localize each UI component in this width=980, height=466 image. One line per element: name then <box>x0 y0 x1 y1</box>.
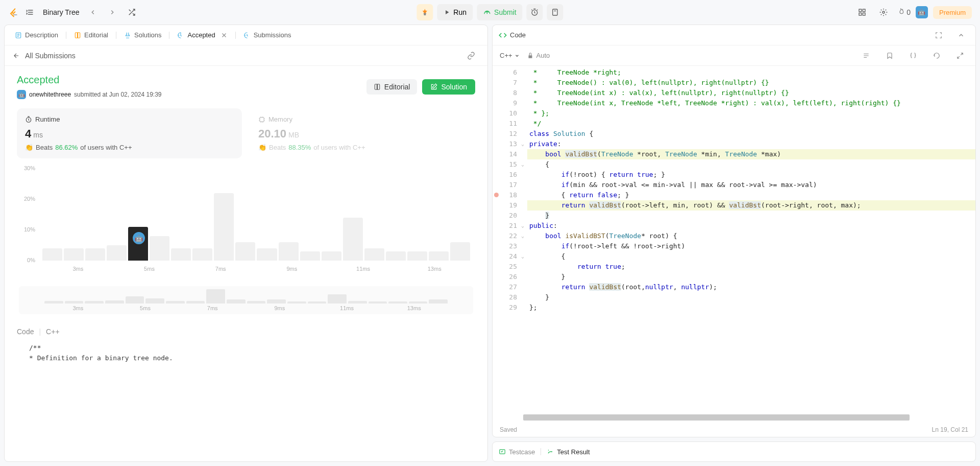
streak-count: 0 <box>906 8 911 16</box>
braces-icon[interactable] <box>905 48 921 64</box>
cursor-position: Ln 19, Col 21 <box>932 426 968 433</box>
daily-challenge-icon[interactable] <box>416 4 433 20</box>
collapse-icon[interactable] <box>953 27 969 43</box>
svg-point-7 <box>883 11 885 13</box>
notes-icon[interactable] <box>547 4 564 20</box>
shuffle-icon[interactable] <box>124 4 140 20</box>
tab-editorial[interactable]: Editorial <box>70 28 112 42</box>
runtime-distribution-chart: 0%10%20%30% 🤖 3ms5ms7ms9ms11ms13ms <box>17 169 475 281</box>
svg-rect-10 <box>260 117 264 121</box>
next-problem-icon[interactable] <box>104 4 120 20</box>
submitter-name[interactable]: onewhitethreee <box>29 91 71 98</box>
code-panel-title: Code <box>499 31 526 39</box>
submitter-avatar: 🤖 <box>17 90 26 99</box>
saved-status: Saved <box>500 426 517 433</box>
code-editor[interactable]: 6789101112131415161718192021222324252627… <box>493 66 975 413</box>
user-position-marker: 🤖 <box>132 231 146 245</box>
tab-solutions[interactable]: Solutions <box>120 28 165 42</box>
svg-rect-0 <box>424 13 426 15</box>
share-link-icon[interactable] <box>463 48 479 64</box>
submit-button[interactable]: Submit <box>477 4 523 20</box>
tab-description[interactable]: Description <box>11 28 62 42</box>
premium-button[interactable]: Premium <box>933 6 972 19</box>
solution-button[interactable]: Solution <box>422 79 475 95</box>
tab-accepted[interactable]: Accepted <box>173 28 231 42</box>
timer-icon[interactable] <box>527 4 543 20</box>
streak-counter[interactable]: 0 <box>897 8 911 16</box>
submit-label: Submit <box>494 8 517 16</box>
code-head-label: Code <box>17 328 34 336</box>
editorial-button[interactable]: Editorial <box>366 79 418 95</box>
reset-icon[interactable] <box>928 48 945 64</box>
horizontal-scrollbar[interactable] <box>523 414 910 421</box>
svg-rect-2 <box>553 9 557 15</box>
problem-title[interactable]: Binary Tree <box>41 8 82 16</box>
status-title: Accepted <box>17 74 162 86</box>
leetcode-logo[interactable] <box>8 7 18 17</box>
maximize-icon[interactable] <box>952 48 968 64</box>
back-to-submissions[interactable]: All Submissions <box>13 52 76 60</box>
auto-label: Auto <box>527 52 550 59</box>
code-head-lang: C++ <box>46 328 59 336</box>
dashboard-icon[interactable] <box>854 4 870 20</box>
user-avatar[interactable]: 🤖 <box>916 6 928 18</box>
fullscreen-icon[interactable] <box>930 27 947 43</box>
memory-card[interactable]: Memory 20.10MB 👏Beats 88.35% of users wi… <box>250 108 475 158</box>
snippet-line: * Definition for a binary tree node. <box>29 353 475 363</box>
svg-rect-5 <box>859 13 862 15</box>
runtime-card[interactable]: Runtime 4ms 👏Beats 86.62% of users with … <box>17 108 242 158</box>
settings-icon[interactable] <box>875 4 892 20</box>
svg-rect-4 <box>863 9 866 12</box>
tab-submissions[interactable]: Submissions <box>239 28 296 42</box>
runtime-mini-chart[interactable]: 3ms5ms7ms9ms11ms13ms <box>19 286 473 314</box>
problem-list-icon[interactable] <box>21 4 38 20</box>
snippet-line: /** <box>29 343 475 353</box>
svg-rect-3 <box>859 9 862 12</box>
submitted-at: submitted at Jun 02, 2024 19:39 <box>74 91 161 98</box>
prev-problem-icon[interactable] <box>85 4 101 20</box>
format-icon[interactable] <box>858 48 874 64</box>
language-selector[interactable]: C++ <box>500 52 520 59</box>
svg-rect-6 <box>863 13 866 15</box>
testcase-tab[interactable]: Testcase <box>499 448 535 456</box>
test-result-tab[interactable]: Test Result <box>547 448 590 456</box>
run-button[interactable]: Run <box>437 4 473 20</box>
bookmark-icon[interactable] <box>881 48 898 64</box>
run-label: Run <box>453 8 467 16</box>
